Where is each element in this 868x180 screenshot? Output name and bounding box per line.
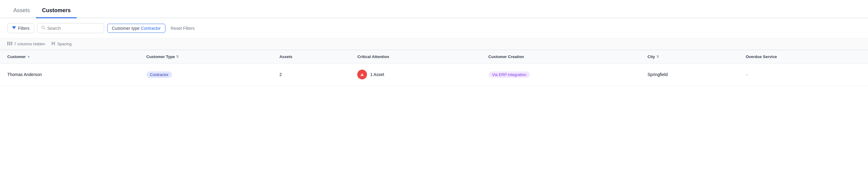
cell-assets: 2 xyxy=(272,64,350,86)
spacing-icon xyxy=(51,41,56,46)
svg-rect-5 xyxy=(362,74,363,75)
critical-attention-text: 1 Asset xyxy=(370,72,384,77)
col-header-assets: Assets xyxy=(272,50,350,64)
tab-assets[interactable]: Assets xyxy=(7,4,36,18)
page-container: Assets Customers Filters Customer type xyxy=(0,0,868,180)
col-header-customer[interactable]: Customer ▼ xyxy=(0,50,139,64)
column-settings-bar: 7 columns hidden Spacing xyxy=(0,38,868,50)
sort-icon-customer-type: ⇅ xyxy=(176,55,179,59)
svg-rect-4 xyxy=(11,42,12,45)
svg-rect-6 xyxy=(362,75,363,76)
col-header-critical-attention: Critical Attention xyxy=(350,50,481,64)
customers-table: Customer ▼ Customer Type ⇅ Assets xyxy=(0,50,868,86)
filter-tag-value: Contractor xyxy=(141,26,160,31)
search-input[interactable] xyxy=(47,26,100,31)
tab-customers[interactable]: Customers xyxy=(36,4,77,18)
spacing-button[interactable]: Spacing xyxy=(51,41,71,46)
table-row[interactable]: Thomas Anderson Contractor 2 xyxy=(0,64,868,86)
cell-customer-name: Thomas Anderson xyxy=(0,64,139,86)
reset-filters-button[interactable]: Reset Filters xyxy=(168,24,197,33)
filter-icon xyxy=(12,26,16,31)
search-box[interactable] xyxy=(37,23,104,33)
cell-customer-creation: Via ERP integration xyxy=(481,64,641,86)
col-header-city[interactable]: City ⇅ xyxy=(640,50,738,64)
columns-hidden-button[interactable]: 7 columns hidden xyxy=(7,41,45,46)
cell-city: Springfield xyxy=(640,64,738,86)
col-header-customer-creation: Customer Creation xyxy=(481,50,641,64)
filter-tag-customer-type[interactable]: Customer type Contractor xyxy=(107,24,165,33)
col-header-customer-type[interactable]: Customer Type ⇅ xyxy=(139,50,272,64)
cell-overdue-service: – xyxy=(738,64,868,86)
col-header-overdue-service: Overdue Service xyxy=(738,50,868,64)
overdue-service-value: – xyxy=(746,72,748,77)
table-wrapper: Customer ▼ Customer Type ⇅ Assets xyxy=(0,50,868,86)
contractor-badge: Contractor xyxy=(147,71,173,78)
warning-icon xyxy=(357,70,367,79)
table-header-row: Customer ▼ Customer Type ⇅ Assets xyxy=(0,50,868,64)
cell-critical-attention: 1 Asset xyxy=(350,64,481,86)
tabs-bar: Assets Customers xyxy=(0,0,868,18)
sort-icon-city: ⇅ xyxy=(656,55,659,59)
cell-customer-type: Contractor xyxy=(139,64,272,86)
sort-icon-customer: ▼ xyxy=(27,55,30,59)
spacing-label: Spacing xyxy=(57,42,71,46)
columns-hidden-icon xyxy=(7,41,12,46)
filters-label: Filters xyxy=(18,26,30,31)
svg-line-1 xyxy=(44,29,45,30)
filter-tag-label: Customer type xyxy=(112,26,140,31)
toolbar: Filters Customer type Contractor Reset F… xyxy=(0,18,868,38)
erp-badge: Via ERP integration xyxy=(489,71,530,78)
columns-hidden-label: 7 columns hidden xyxy=(14,42,45,46)
svg-rect-3 xyxy=(9,42,10,45)
search-icon xyxy=(41,26,45,31)
svg-rect-2 xyxy=(7,42,8,45)
filters-button[interactable]: Filters xyxy=(7,23,34,33)
